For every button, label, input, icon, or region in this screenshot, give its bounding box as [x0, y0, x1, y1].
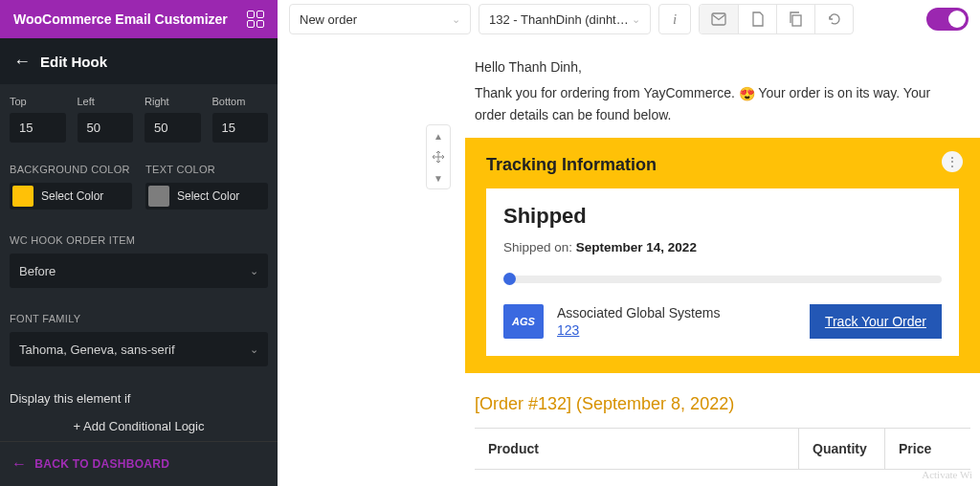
arrow-left-icon: ← — [11, 455, 27, 473]
brand-title: WooCommerce Email Customizer — [13, 11, 239, 27]
back-to-dashboard-link[interactable]: ← BACK TO DASHBOARD — [0, 441, 278, 486]
tracking-title: Tracking Information — [486, 155, 959, 175]
sidebar-header: ← Edit Hook — [0, 38, 278, 84]
shipped-date: Shipped on: September 14, 2022 — [503, 240, 942, 254]
watermark-text: Activate Wi — [922, 469, 972, 480]
bg-color-swatch — [12, 186, 33, 207]
email-preview: ▲ ▼ Hello Thanh Dinh, Thank you for orde… — [278, 38, 980, 486]
block-move-controls: ▲ ▼ — [426, 124, 451, 189]
padding-top-input[interactable] — [10, 113, 66, 143]
order-select[interactable]: 132 - ThanhDinh (dinhth... ⌄ — [479, 4, 651, 34]
move-up-button[interactable]: ▲ — [427, 125, 450, 146]
svg-rect-1 — [792, 15, 801, 26]
brand-bar: WooCommerce Email Customizer — [0, 0, 278, 38]
move-icon — [433, 151, 444, 163]
email-type-value: New order — [300, 12, 357, 27]
email-intro: Thank you for ordering from YayCommerce.… — [475, 82, 961, 126]
conditional-label: Display this element if — [10, 391, 268, 406]
page-mode-button[interactable] — [738, 5, 776, 33]
refresh-icon — [827, 11, 842, 27]
refresh-button[interactable] — [814, 5, 853, 33]
bg-color-picker[interactable]: Select Color — [10, 183, 132, 210]
top-controls: New order ⌄ 132 - ThanhDinh (dinhth... ⌄… — [278, 4, 980, 34]
hook-select[interactable]: Before ⌄ — [10, 254, 268, 288]
copy-button[interactable] — [776, 5, 814, 33]
mail-icon — [711, 12, 726, 26]
sidebar: ← Edit Hook Top Left Right Bottom — [0, 38, 278, 486]
grid-icon[interactable] — [247, 11, 264, 28]
padding-right-input[interactable] — [145, 113, 201, 143]
tracking-number-link[interactable]: 123 — [557, 322, 579, 338]
email-mode-button[interactable] — [700, 5, 738, 33]
move-down-button[interactable]: ▼ — [427, 167, 450, 188]
padding-bottom-input[interactable] — [212, 113, 269, 143]
carrier-name: Associated Global Systems — [557, 305, 796, 320]
chevron-down-icon: ⌄ — [632, 13, 640, 26]
bg-color-label: BACKGROUND COLOR — [10, 164, 132, 175]
table-header-product: Product — [475, 429, 798, 469]
order-select-value: 132 - ThanhDinh (dinhth... — [489, 12, 632, 27]
text-color-picker[interactable]: Select Color — [145, 183, 268, 210]
padding-bottom-label: Bottom — [212, 96, 269, 107]
padding-left-label: Left — [78, 96, 134, 107]
shipment-status: Shipped — [503, 204, 942, 229]
enable-toggle[interactable] — [926, 8, 969, 31]
add-conditional-button[interactable]: + Add Conditional Logic — [10, 419, 268, 433]
font-value: Tahoma, Geneva, sans-serif — [19, 342, 175, 357]
email-type-select[interactable]: New order ⌄ — [289, 4, 471, 34]
tracking-block[interactable]: ⋮ Tracking Information Shipped Shipped o… — [465, 138, 980, 373]
preview-mode-group — [699, 4, 854, 34]
tracking-progress — [503, 276, 942, 283]
padding-controls: Top Left Right Bottom — [10, 96, 268, 143]
progress-dot-icon — [503, 273, 516, 285]
hook-label: WC HOOK ORDER ITEM — [10, 234, 268, 246]
padding-top-label: Top — [10, 96, 66, 107]
info-button[interactable]: i — [658, 4, 691, 34]
text-color-label: TEXT COLOR — [145, 164, 268, 175]
tracking-card: Shipped Shipped on: September 14, 2022 A… — [486, 188, 959, 356]
padding-left-input[interactable] — [78, 113, 134, 143]
back-arrow-icon[interactable]: ← — [13, 52, 31, 72]
font-label: FONT FAMILY — [10, 313, 268, 324]
hook-value: Before — [19, 264, 56, 278]
padding-right-label: Right — [145, 96, 201, 107]
chevron-down-icon: ⌄ — [250, 265, 258, 277]
block-options-button[interactable]: ⋮ — [942, 151, 963, 172]
chevron-down-icon: ⌄ — [250, 343, 258, 356]
table-header-price: Price — [884, 429, 970, 469]
font-select[interactable]: Tahoma, Geneva, sans-serif ⌄ — [10, 332, 268, 366]
table-header-quantity: Quantity — [798, 429, 884, 469]
track-order-button[interactable]: Track Your Order — [810, 304, 942, 339]
order-heading: [Order #132] (September 8, 2022) — [475, 394, 980, 414]
carrier-logo: AGS — [503, 304, 544, 339]
email-greeting: Hello Thanh Dinh, — [475, 59, 961, 75]
text-color-swatch — [148, 186, 169, 207]
file-icon — [751, 11, 765, 27]
copy-icon — [789, 11, 803, 27]
move-handle[interactable] — [427, 146, 450, 167]
sidebar-title: Edit Hook — [40, 54, 107, 70]
order-items-table: Product Quantity Price — [475, 428, 970, 470]
chevron-down-icon: ⌄ — [452, 13, 460, 26]
heart-eyes-emoji: 😍 — [739, 86, 755, 101]
